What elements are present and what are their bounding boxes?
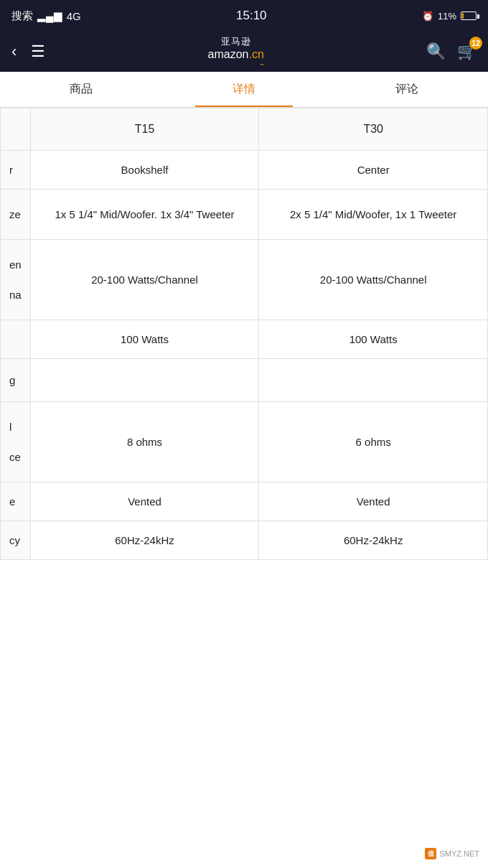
table-row: en na 20-100 Watts/Channel 20-100 Watts/… bbox=[1, 240, 488, 320]
table-row: g bbox=[1, 359, 488, 402]
battery-percent: 11% bbox=[438, 11, 456, 22]
alarm-icon: ⏰ bbox=[422, 11, 433, 22]
row-label-type: r bbox=[1, 151, 31, 190]
table-row: r Bookshelf Center bbox=[1, 151, 488, 190]
header-t15: T15 bbox=[30, 108, 259, 151]
tab-bar: 商品 详情 评论 bbox=[0, 72, 488, 108]
row-t30-type: Center bbox=[259, 151, 488, 190]
row-t30-maxwatts: 100 Watts bbox=[259, 320, 488, 359]
comparison-table-wrapper: T15 T30 r Bookshelf Center ze 1x 5 1/4" … bbox=[0, 108, 488, 560]
status-left: 搜索 ▂▄▆ 4G bbox=[11, 9, 81, 23]
logo-english: amazon.cn ~ bbox=[208, 48, 264, 69]
row-t15-power: 20-100 Watts/Channel bbox=[30, 240, 259, 320]
row-t15-g bbox=[30, 359, 259, 402]
row-label-size: ze bbox=[1, 190, 31, 240]
watermark-icon: 值 bbox=[425, 848, 436, 859]
nav-right: 🔍 🛒 12 bbox=[426, 42, 477, 61]
cart-badge: 12 bbox=[469, 37, 482, 50]
app-name: 搜索 bbox=[11, 9, 33, 23]
row-label-g: g bbox=[1, 359, 31, 402]
table-header-row: T15 T30 bbox=[1, 108, 488, 151]
back-button[interactable]: ‹ bbox=[11, 42, 17, 61]
row-label-enclosure: e bbox=[1, 482, 31, 521]
cart-wrapper[interactable]: 🛒 12 bbox=[457, 42, 477, 61]
row-t30-enclosure: Vented bbox=[259, 482, 488, 521]
nav-bar: ‹ ☰ 亚马逊 amazon.cn ~ 🔍 🛒 12 bbox=[0, 32, 488, 72]
row-t30-frequency: 60Hz-24kHz bbox=[259, 521, 488, 560]
table-row: cy 60Hz-24kHz 60Hz-24kHz bbox=[1, 521, 488, 560]
header-t30: T30 bbox=[259, 108, 488, 151]
tab-reviews[interactable]: 评论 bbox=[325, 72, 488, 107]
comparison-table: T15 T30 r Bookshelf Center ze 1x 5 1/4" … bbox=[0, 108, 488, 560]
row-t15-size: 1x 5 1/4" Mid/Woofer. 1x 3/4" Tweeter bbox=[30, 190, 259, 240]
table-row: l ce 8 ohms 6 ohms bbox=[1, 402, 488, 482]
watermark-text: SMYZ.NET bbox=[439, 849, 479, 858]
row-label-frequency: cy bbox=[1, 521, 31, 560]
row-t30-g bbox=[259, 359, 488, 402]
tab-products[interactable]: 商品 bbox=[0, 72, 163, 107]
time-display: 15:10 bbox=[236, 9, 267, 23]
row-t15-type: Bookshelf bbox=[30, 151, 259, 190]
row-t15-maxwatts: 100 Watts bbox=[30, 320, 259, 359]
row-t30-impedance: 6 ohms bbox=[259, 402, 488, 482]
row-label-maxwatts bbox=[1, 320, 31, 359]
signal-bars: ▂▄▆ bbox=[37, 9, 62, 22]
status-bar: 搜索 ▂▄▆ 4G 15:10 ⏰ 11% bbox=[0, 0, 488, 32]
amazon-logo: 亚马逊 amazon.cn ~ bbox=[208, 35, 264, 69]
row-t30-power: 20-100 Watts/Channel bbox=[259, 240, 488, 320]
row-label-power: en na bbox=[1, 240, 31, 320]
logo-chinese: 亚马逊 bbox=[208, 35, 264, 48]
watermark: 值 SMYZ.NET bbox=[425, 848, 479, 859]
row-label-impedance: l ce bbox=[1, 402, 31, 482]
table-row: e Vented Vented bbox=[1, 482, 488, 521]
battery-icon bbox=[461, 11, 477, 20]
table-row: ze 1x 5 1/4" Mid/Woofer. 1x 3/4" Tweeter… bbox=[1, 190, 488, 240]
network-type: 4G bbox=[67, 10, 81, 22]
row-t15-enclosure: Vented bbox=[30, 482, 259, 521]
row-t15-impedance: 8 ohms bbox=[30, 402, 259, 482]
menu-button[interactable]: ☰ bbox=[31, 42, 45, 61]
status-right: ⏰ 11% bbox=[422, 11, 477, 22]
tab-details[interactable]: 详情 bbox=[163, 72, 326, 107]
search-icon[interactable]: 🔍 bbox=[426, 42, 446, 61]
row-t15-frequency: 60Hz-24kHz bbox=[30, 521, 259, 560]
header-label-cell bbox=[1, 108, 31, 151]
nav-left: ‹ ☰ bbox=[11, 42, 45, 61]
row-t30-size: 2x 5 1/4" Mid/Woofer, 1x 1 Tweeter bbox=[259, 190, 488, 240]
table-row: 100 Watts 100 Watts bbox=[1, 320, 488, 359]
